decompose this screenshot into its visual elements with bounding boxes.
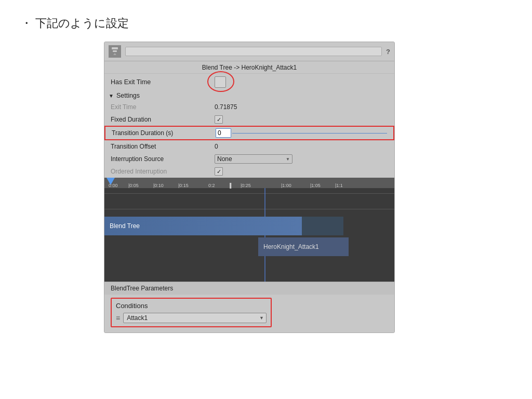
transition-duration-input[interactable]: [216, 128, 231, 138]
svg-marker-2: [113, 53, 116, 55]
interruption-source-row: Interruption Source None: [104, 153, 394, 165]
attack-select-wrapper: Attack1: [123, 313, 267, 323]
transition-duration-label: Transition Duration (s): [112, 129, 216, 137]
page-header: ・ 下記のように設定: [21, 16, 511, 31]
tick-6: |1:00: [281, 183, 291, 188]
equals-icon: ≡: [116, 314, 120, 322]
tick-2: |0:10: [153, 183, 164, 188]
fixed-duration-check-icon[interactable]: ✓: [215, 115, 223, 124]
light-line-1: [104, 193, 394, 194]
blendtree-params: BlendTree Parameters: [104, 282, 394, 295]
fixed-duration-label: Fixed Duration: [111, 116, 215, 123]
transition-duration-line: [232, 133, 387, 134]
conditions-area: Conditions ≡ Attack1: [104, 295, 394, 332]
has-exit-time-checkbox-wrapper[interactable]: [215, 76, 226, 88]
conditions-title: Conditions: [116, 302, 267, 310]
has-exit-time-checkbox[interactable]: [215, 76, 226, 88]
ordered-interruption-checkbox[interactable]: ✓: [215, 167, 388, 176]
has-exit-time-row: Has Exit Time: [104, 74, 394, 90]
settings-label: Settings: [116, 92, 140, 99]
unity-panel: ? Blend Tree -> HeroKnight_Attack1 Has E…: [104, 42, 395, 333]
tick-1: |0:05: [128, 183, 139, 188]
bullet: ・: [21, 17, 32, 30]
exit-time-value: 0.71875: [215, 103, 388, 111]
interruption-source-label: Interruption Source: [111, 155, 215, 163]
transition-label: Blend Tree -> HeroKnight_Attack1: [104, 61, 394, 74]
ordered-interruption-row: Ordered Interruption ✓: [104, 165, 394, 178]
light-line-2: [104, 209, 394, 209]
timeline-ruler: 0:00 |0:05 |0:10 |0:15 0:2 ▐ |0:25 |1:00…: [104, 178, 394, 188]
search-input[interactable]: [125, 47, 382, 56]
settings-section-header[interactable]: ▼ Settings: [104, 90, 394, 101]
top-bar: ?: [104, 42, 394, 61]
svg-rect-0: [112, 47, 118, 49]
fixed-duration-row: Fixed Duration ✓: [104, 113, 394, 126]
exit-time-row: Exit Time 0.71875: [104, 101, 394, 113]
ordered-interruption-label: Ordered Interruption: [111, 168, 215, 175]
has-exit-time-label: Has Exit Time: [111, 78, 215, 86]
tick-7: |1:05: [310, 183, 321, 188]
transition-icon: [109, 45, 121, 58]
heroknight-bar: HeroKnight_Attack1: [258, 237, 349, 256]
header-title: 下記のように設定: [35, 17, 129, 30]
conditions-box: Conditions ≡ Attack1: [111, 298, 272, 327]
ordered-interruption-check-icon[interactable]: ✓: [215, 167, 223, 176]
heroknight-label: HeroKnight_Attack1: [263, 243, 319, 250]
blend-tree-label: Blend Tree: [110, 222, 140, 230]
tick-playhead: ▐: [228, 183, 231, 188]
tick-8: |1:1: [335, 183, 343, 188]
fixed-duration-checkbox[interactable]: ✓: [215, 115, 388, 124]
interruption-source-select[interactable]: None: [215, 154, 292, 164]
collapse-triangle-icon: ▼: [109, 93, 114, 99]
transition-duration-row: Transition Duration (s): [104, 126, 394, 140]
tick-5: |0:25: [241, 183, 251, 188]
tick-4: 0:2: [208, 183, 215, 188]
conditions-row: ≡ Attack1: [116, 313, 267, 323]
blendtree-params-label: BlendTree Parameters: [111, 285, 173, 292]
blend-tree-bar: Blend Tree: [104, 217, 302, 235]
transition-offset-row: Transition Offset 0: [104, 140, 394, 153]
timeline-content: Blend Tree HeroKnight_Attack1: [104, 188, 394, 282]
transition-offset-value: 0: [215, 143, 388, 150]
tick-0: 0:00: [109, 183, 118, 188]
attack-select[interactable]: Attack1: [123, 313, 267, 323]
blend-tree-dark-section: [302, 217, 343, 235]
exit-time-label: Exit Time: [111, 103, 215, 111]
tick-3: |0:15: [178, 183, 189, 188]
transition-offset-label: Transition Offset: [111, 143, 215, 150]
timeline-area: 0:00 |0:05 |0:10 |0:15 0:2 ▐ |0:25 |1:00…: [104, 178, 394, 282]
svg-rect-1: [113, 50, 117, 52]
interruption-source-select-wrapper: None: [215, 154, 292, 164]
help-icon[interactable]: ?: [386, 48, 390, 56]
